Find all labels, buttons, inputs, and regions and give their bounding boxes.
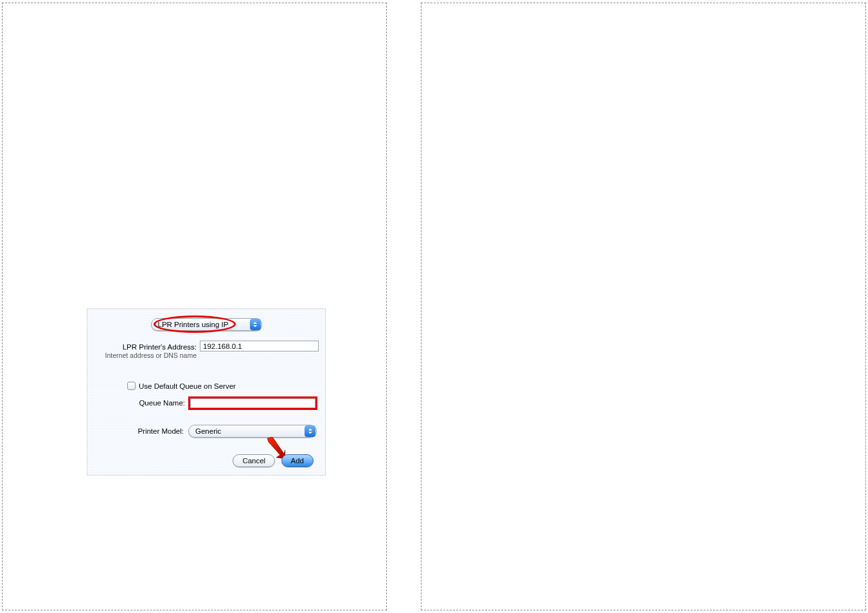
printer-add-dialog: LPR Printers using IP LPR Printer's Addr…	[87, 308, 326, 475]
connection-type-value: LPR Printers using IP	[158, 321, 233, 328]
default-queue-label: Use Default Queue on Server	[139, 382, 236, 390]
address-label: LPR Printer's Address:	[87, 341, 197, 351]
queue-name-label: Queue Name:	[87, 399, 185, 407]
printer-model-select[interactable]: Generic	[188, 425, 317, 438]
cancel-button[interactable]: Cancel	[233, 454, 275, 467]
connection-type-row: LPR Printers using IP	[87, 318, 325, 331]
queue-name-input[interactable]	[190, 398, 315, 408]
updown-arrows-icon	[250, 319, 261, 330]
default-queue-row: Use Default Queue on Server	[127, 382, 236, 390]
add-button[interactable]: Add	[281, 454, 314, 467]
page-frame-left	[2, 3, 387, 610]
address-hint: Internet address or DNS name	[87, 351, 197, 359]
connection-type-select[interactable]: LPR Printers using IP	[151, 318, 262, 331]
updown-arrows-icon	[305, 425, 315, 437]
address-labels: LPR Printer's Address: Internet address …	[87, 341, 197, 359]
annotation-red-rectangle	[188, 396, 317, 410]
printer-model-value: Generic	[195, 427, 305, 435]
dialog-buttons: Cancel Add	[229, 454, 314, 467]
default-queue-checkbox[interactable]	[127, 382, 136, 390]
page-frame-right	[421, 3, 866, 610]
model-label: Printer Model:	[87, 427, 184, 435]
address-input[interactable]	[200, 341, 319, 351]
